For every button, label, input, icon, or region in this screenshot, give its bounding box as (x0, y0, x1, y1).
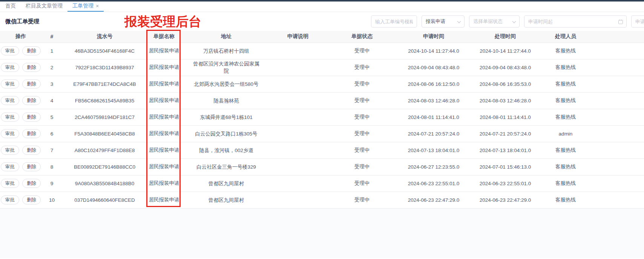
order-search-input[interactable] (371, 16, 417, 27)
delete-button[interactable]: 删除 (22, 46, 41, 56)
delete-button[interactable]: 删除 (22, 162, 41, 172)
col-apply-time: 申请时间 (400, 31, 468, 43)
delete-button[interactable]: 删除 (22, 195, 41, 205)
cell-serial: E79F47BB71E74DCA8C4B (62, 76, 147, 92)
col-status: 单据状态 (324, 31, 400, 43)
cell-address: 随县，淮河镇，002乡道 (181, 142, 271, 158)
cell-doc-name: 居民报装申请 (147, 92, 181, 109)
tab-work-order[interactable]: 工单管理 × (67, 1, 104, 12)
doc-status-select-placeholder: 选择单据状态 (473, 18, 503, 25)
table-header: 操作 # 流水号 单据名称 地址 申请说明 单据状态 申请时间 处理时间 处理人… (0, 31, 644, 43)
tab-bar: 首页 栏目及文章管理 工单管理 × (0, 2, 644, 12)
cell-filler (588, 109, 644, 125)
approve-button[interactable]: 审批 (1, 195, 19, 205)
close-icon[interactable]: × (96, 3, 99, 9)
cell-index: 5 (41, 109, 62, 125)
apply-date-to-wrapper (631, 15, 644, 27)
cell-doc-name: 居民报装申请 (147, 43, 181, 59)
table-row: 审批 删除 4 FB56C686261545A89B35 居民报装申请 随县瀚林… (0, 92, 644, 109)
tab-home[interactable]: 首页 (0, 1, 21, 12)
apply-date-to-input[interactable] (632, 16, 644, 27)
cell-operation: 审批 删除 (0, 158, 41, 175)
table-row: 审批 删除 2 7922F18C3D11439B8937 居民报装申请 曾都区沿… (0, 59, 644, 76)
approve-button[interactable]: 审批 (1, 146, 19, 155)
cell-status: 受理中 (324, 142, 400, 158)
delete-button[interactable]: 删除 (22, 79, 41, 89)
apply-date-from-input[interactable] (524, 16, 626, 27)
delete-button[interactable]: 删除 (22, 113, 41, 122)
cell-doc-name: 居民报装申请 (147, 175, 181, 192)
cell-operation: 审批 删除 (0, 109, 41, 125)
cell-operation: 审批 删除 (0, 125, 41, 142)
doc-type-select[interactable]: 报装申请 (422, 15, 465, 27)
cell-process-time: 2024-08-06 16:35:53.0 (468, 76, 543, 92)
cell-address: 万店镇石桥村十四组 (181, 43, 271, 59)
cell-operation: 审批 删除 (0, 192, 41, 208)
approve-button[interactable]: 审批 (1, 162, 19, 172)
cell-process-time: 2024-07-01 15:46:13.0 (468, 158, 543, 175)
cell-apply-time: 2024-08-01 11:14:41.0 (400, 109, 468, 125)
page: 首页 栏目及文章管理 工单管理 × 微信工单受理 报装申请 选择单据状态 (0, 0, 644, 258)
col-operation: 操作 (0, 31, 41, 43)
cell-apply-time: 2024-07-13 18:04:01.0 (400, 142, 468, 158)
cell-doc-name: 居民报装申请 (147, 142, 181, 158)
cell-description (271, 175, 324, 192)
cell-operation: 审批 删除 (0, 59, 41, 76)
address-text: 曾都区九间屋村 (209, 197, 244, 204)
cell-process-time: 2024-07-21 20:57:24.0 (468, 125, 543, 142)
cell-handler: 客服热线 (543, 175, 588, 192)
cell-apply-time: 2024-09-04 08:43:48.0 (400, 59, 468, 76)
cell-description (271, 192, 324, 208)
cell-description (271, 125, 324, 142)
cell-address: 曾都区沿河大道神农公园家属院 (181, 59, 271, 76)
address-text: 白云公园交叉路口1栋305号 (195, 130, 257, 137)
table-row: 审批 删除 10 037D1494660640FE8CED 居民报装申请 曾都区… (0, 192, 644, 208)
col-handler: 处理人员 (543, 31, 588, 43)
approve-button[interactable]: 审批 (1, 179, 19, 188)
cell-address: 随县瀚林苑 (181, 92, 271, 109)
cell-serial: F5A30848B6EE40458CB8 (62, 125, 147, 142)
cell-address: 北郊两水沟居委会一组580号 (181, 76, 271, 92)
delete-button[interactable]: 删除 (22, 146, 41, 155)
approve-button[interactable]: 审批 (1, 113, 19, 122)
chevron-down-icon (512, 20, 516, 23)
cell-address: 曾都区九间屋村 (181, 175, 271, 192)
approve-button[interactable]: 审批 (1, 96, 19, 105)
doc-status-select[interactable]: 选择单据状态 (469, 15, 520, 27)
approve-button[interactable]: 审批 (1, 129, 19, 139)
delete-button[interactable]: 删除 (22, 129, 41, 139)
cell-handler: admin (543, 125, 588, 142)
cell-index: 6 (41, 125, 62, 142)
delete-button[interactable]: 删除 (22, 96, 41, 105)
delete-button[interactable]: 删除 (22, 179, 41, 188)
address-text: 随县瀚林苑 (213, 97, 239, 104)
tab-article-management[interactable]: 栏目及文章管理 (21, 1, 67, 12)
cell-description (271, 59, 324, 76)
content-footer-area (0, 209, 644, 258)
cell-operation: 审批 删除 (0, 43, 41, 59)
approve-button[interactable]: 审批 (1, 63, 19, 72)
cell-apply-time: 2024-08-06 16:12:50.0 (400, 76, 468, 92)
cell-filler (588, 125, 644, 142)
table-row: 审批 删除 8 BE00892DE79146B88CC0 居民报装申请 白云社区… (0, 158, 644, 175)
cell-filler (588, 92, 644, 109)
cell-index: 4 (41, 92, 62, 109)
cell-index: 10 (41, 192, 62, 208)
cell-serial: 46BA3D51504F46168F4C (62, 43, 147, 59)
cell-description (271, 142, 324, 158)
delete-button[interactable]: 删除 (22, 63, 41, 72)
approve-button[interactable]: 审批 (1, 79, 19, 89)
cell-operation: 审批 删除 (0, 76, 41, 92)
cell-apply-time: 2024-06-27 12:23:55.0 (400, 158, 468, 175)
order-search-wrapper (371, 15, 417, 27)
cell-filler (588, 43, 644, 59)
cell-apply-time: 2024-06-23 22:47:29.0 (400, 192, 468, 208)
cell-operation: 审批 删除 (0, 142, 41, 158)
cell-status: 受理中 (324, 175, 400, 192)
cell-filler (588, 175, 644, 192)
cell-process-time: 2024-08-01 11:14:41.0 (468, 109, 543, 125)
cell-doc-name: 居民报装申请 (147, 59, 181, 76)
address-text: 白云社区金三角一号楼329 (196, 163, 256, 171)
approve-button[interactable]: 审批 (1, 46, 19, 56)
cell-filler (588, 76, 644, 92)
